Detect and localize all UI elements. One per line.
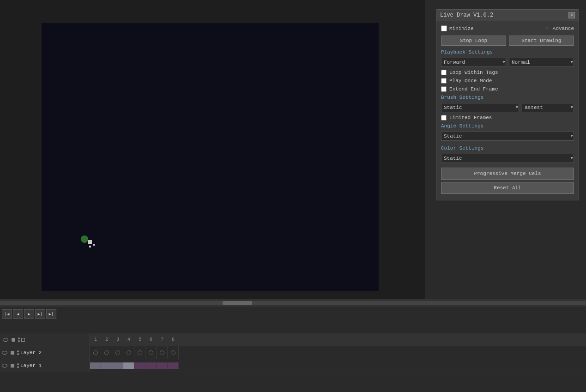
loop-within-tags-row: Loop Within Tags: [441, 70, 574, 75]
layer-1-frame-3[interactable]: [112, 362, 123, 369]
go-to-start-button[interactable]: |◀: [2, 309, 12, 319]
layer-controls-header: [0, 333, 90, 346]
play-once-mode-label: Play Once Mode: [449, 78, 492, 84]
limited-frames-row: Limited Frames: [441, 115, 574, 121]
horizontal-scrollbar[interactable]: [0, 299, 586, 307]
layer-2-frame-4[interactable]: [123, 346, 134, 359]
layer-panel: |◀ ◀ ▶ ▶| ▶| 1 2 3 4 5 6 7 8: [0, 320, 586, 392]
playback-direction-select[interactable]: Forward: [441, 58, 506, 67]
timeline-header-row: 1 2 3 4 5 6 7 8: [0, 333, 586, 346]
frame-num-1: 1: [90, 337, 101, 342]
layer-2-frame-2[interactable]: [101, 346, 112, 359]
close-button[interactable]: ×: [568, 12, 575, 18]
minimize-row: Minimize: [441, 25, 474, 32]
layer-2-frame-1[interactable]: [90, 346, 101, 359]
prev-frame-button[interactable]: ◀: [13, 309, 23, 319]
square-header-icon: [21, 338, 25, 342]
progressive-merge-button[interactable]: Progressive Merge Cels: [441, 168, 574, 180]
layer-1-info: Layer 1: [0, 359, 90, 372]
layer-1-frame-4[interactable]: [123, 362, 134, 369]
lock-header-icon: [10, 337, 17, 343]
stop-loop-button[interactable]: Stop Loop: [441, 36, 506, 46]
extend-end-frame-checkbox[interactable]: [441, 86, 447, 92]
loop-within-tags-checkbox[interactable]: [441, 70, 447, 75]
speed-dropdown-wrapper: Normal ▼: [509, 58, 574, 67]
layer-2-visibility[interactable]: [1, 350, 8, 356]
layer-2-frame-7[interactable]: [157, 346, 168, 359]
layer-2-info: Layer 2: [0, 346, 90, 359]
scrollbar-thumb[interactable]: [223, 301, 252, 305]
frame-num-4: 4: [123, 337, 134, 342]
frame-num-7: 7: [157, 337, 168, 342]
layer-1-type-icon: [17, 363, 19, 368]
main-canvas-area: [0, 0, 425, 305]
color-settings-header: Color Settings: [441, 145, 574, 151]
layer-1-row: Layer 1: [0, 359, 586, 372]
play-once-mode-checkbox[interactable]: [441, 78, 447, 84]
start-drawing-button[interactable]: Start Drawing: [509, 36, 574, 46]
go-to-end-button[interactable]: ▶|: [46, 309, 56, 319]
layer-2-type-icon: [17, 350, 19, 355]
layer-2-row: Layer 2: [0, 346, 586, 359]
layer-1-frame-7[interactable]: [157, 362, 168, 369]
advance-row: ✓ Advance: [545, 25, 574, 32]
minimize-checkbox[interactable]: [441, 25, 447, 31]
brush-preset-select[interactable]: astest: [522, 103, 574, 112]
frame-num-3: 3: [112, 337, 123, 342]
color-type-wrapper: Static ▼: [441, 154, 574, 163]
layer-1-visibility[interactable]: [1, 362, 8, 369]
layer-2-frame-5[interactable]: [134, 346, 145, 359]
layer-1-frame-8[interactable]: [168, 362, 179, 369]
layer-1-name: Layer 1: [20, 363, 42, 368]
layer-2-lock[interactable]: [9, 350, 16, 356]
angle-type-select[interactable]: Static: [441, 132, 574, 141]
direction-dropdown-wrapper: Forward ▼: [441, 58, 506, 67]
minimize-label: Minimize: [449, 26, 474, 31]
reset-all-button[interactable]: Reset All: [441, 182, 574, 194]
frame-num-8: 8: [168, 337, 179, 342]
panel-titlebar: Live Draw V1.0.2 ×: [436, 10, 579, 21]
limited-frames-checkbox[interactable]: [441, 115, 447, 121]
play-button[interactable]: ▶: [24, 309, 34, 319]
layer-1-frame-2[interactable]: [101, 362, 112, 369]
visibility-header-icon: [2, 337, 9, 343]
advance-checkmark: ✓: [545, 25, 549, 32]
angle-settings-header: Angle Settings: [441, 123, 574, 129]
brush-type-wrapper: Static ▼: [441, 103, 519, 112]
advance-label: Advance: [553, 26, 574, 31]
panel-title: Live Draw V1.0.2: [440, 12, 493, 18]
limited-frames-label: Limited Frames: [449, 115, 492, 121]
next-frame-button[interactable]: ▶|: [35, 309, 45, 319]
panel-body: Minimize ✓ Advance Stop Loop Start Drawi…: [436, 21, 579, 200]
brush-settings-header: Brush Settings: [441, 95, 574, 100]
scrollbar-track: [0, 301, 586, 305]
playback-dropdowns-row: Forward ▼ Normal ▼: [441, 58, 574, 67]
extend-end-frame-row: Extend End Frame: [441, 86, 574, 92]
layer-2-frame-3[interactable]: [112, 346, 123, 359]
loop-within-tags-label: Loop Within Tags: [449, 70, 498, 75]
layer-1-frame-6[interactable]: [145, 362, 157, 369]
action-buttons-row: Stop Loop Start Drawing: [441, 36, 574, 46]
top-row: Minimize ✓ Advance: [441, 25, 574, 32]
layer-2-name: Layer 2: [20, 350, 42, 356]
brush-dropdowns-row: Static ▼ astest ▼: [441, 103, 574, 112]
play-once-mode-row: Play Once Mode: [441, 78, 574, 84]
brush-type-select[interactable]: Static: [441, 103, 519, 112]
frame-numbers-row: 1 2 3 4 5 6 7 8: [90, 337, 586, 342]
live-draw-panel: Live Draw V1.0.2 × Minimize ✓ Advance St…: [436, 9, 579, 200]
frame-num-5: 5: [134, 337, 145, 342]
playback-settings-header: Playback Settings: [441, 49, 574, 55]
layer-2-frames[interactable]: [90, 346, 586, 359]
layer-1-frame-5[interactable]: [134, 362, 145, 369]
layer-1-frame-1[interactable]: [90, 362, 101, 369]
frame-num-6: 6: [145, 337, 157, 342]
angle-type-wrapper: Static ▼: [441, 132, 574, 141]
frame-num-2: 2: [101, 337, 112, 342]
canvas-viewport[interactable]: [42, 23, 379, 291]
layer-2-frame-6[interactable]: [145, 346, 157, 359]
layer-2-frame-8[interactable]: [168, 346, 179, 359]
layer-1-lock[interactable]: [9, 362, 16, 369]
playback-speed-select[interactable]: Normal: [509, 58, 574, 67]
layer-1-frames[interactable]: [90, 359, 586, 372]
color-type-select[interactable]: Static: [441, 154, 574, 163]
